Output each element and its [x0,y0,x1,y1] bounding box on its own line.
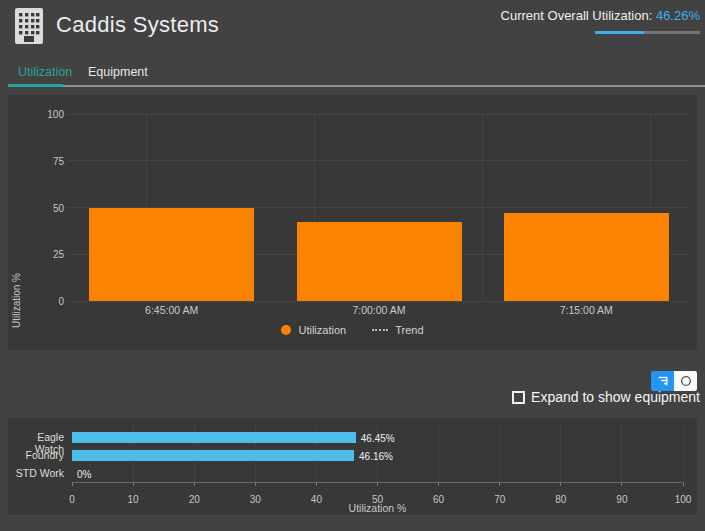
chart-legend: Utilization Trend [8,324,697,336]
expand-equipment-checkbox[interactable] [512,391,525,404]
gridline [438,424,439,482]
x-tick [377,483,378,486]
x-axis-title: Utilization % [72,502,683,514]
bar-value-label: 0% [77,469,91,480]
y-tick-label: 50 [16,203,64,214]
y-tick-label: 100 [16,109,64,120]
x-tick-label: 7:00:00 AM [275,304,482,316]
legend-label: Utilization [298,324,346,336]
building-icon [14,7,44,45]
utilization-progress-bar [595,31,700,34]
clock-icon [679,374,693,388]
overall-utilization: Current Overall Utilization: 46.26% [400,8,700,23]
utilization-series-icon [281,325,291,335]
overall-utilization-label: Current Overall Utilization: [501,8,653,23]
equipment-bar[interactable] [72,450,354,461]
clock-view-button[interactable] [674,371,697,391]
tab-utilization[interactable]: Utilization [18,65,72,79]
overall-utilization-value: 46.26% [656,8,700,23]
utilization-bar[interactable] [89,208,254,301]
x-tick [438,483,439,486]
gridline [68,114,690,115]
gridline [482,114,483,301]
bar-value-label: 46.16% [359,451,393,462]
x-tick [683,483,684,486]
y-tick-label: 75 [16,156,64,167]
gridline [621,424,622,482]
gridline [68,160,690,161]
page-title: Caddis Systems [56,12,219,38]
plot-area [68,114,690,301]
x-tick [316,483,317,486]
utilization-time-chart: Utilization % 0255075100 6:45:00 AM7:00:… [8,95,697,350]
trend-series-icon [372,329,388,331]
legend-item-trend[interactable]: Trend [372,324,423,336]
utilization-bar[interactable] [504,213,669,301]
x-tick-label: 7:15:00 AM [483,304,690,316]
equipment-row-label: Foundry [8,449,64,461]
filter-icon [656,374,670,388]
legend-item-utilization[interactable]: Utilization [281,324,346,336]
utilization-progress-fill [595,31,644,34]
active-tab-indicator [8,84,63,87]
expand-equipment-row[interactable]: Expand to show equipment [512,389,700,405]
x-tick-label: 6:45:00 AM [68,304,275,316]
equipment-row-label: STD Work [8,467,64,479]
equipment-utilization-chart: Eagle WatchFoundrySTD Work 0102030405060… [8,418,697,515]
y-tick-label: 25 [16,249,64,260]
equipment-bar[interactable] [72,432,356,443]
x-tick [560,483,561,486]
filter-view-button[interactable] [651,371,674,391]
gridline [499,424,500,482]
gridline [683,424,684,482]
bar-value-label: 46.45% [361,433,395,444]
x-tick [499,483,500,486]
plot-area: 010203040506070809010046.45%46.16%0% [72,424,683,483]
x-tick [621,483,622,486]
x-tick [72,483,73,486]
tabs-divider [8,85,705,87]
utilization-bar[interactable] [297,222,462,301]
tab-equipment[interactable]: Equipment [88,65,148,79]
x-tick [133,483,134,486]
x-tick [194,483,195,486]
y-tick-label: 0 [16,296,64,307]
expand-equipment-label: Expand to show equipment [531,389,700,405]
legend-label: Trend [395,324,423,336]
view-toggle-group [651,371,697,391]
gridline [560,424,561,482]
x-tick [255,483,256,486]
dashboard: Caddis Systems Current Overall Utilizati… [0,0,705,531]
